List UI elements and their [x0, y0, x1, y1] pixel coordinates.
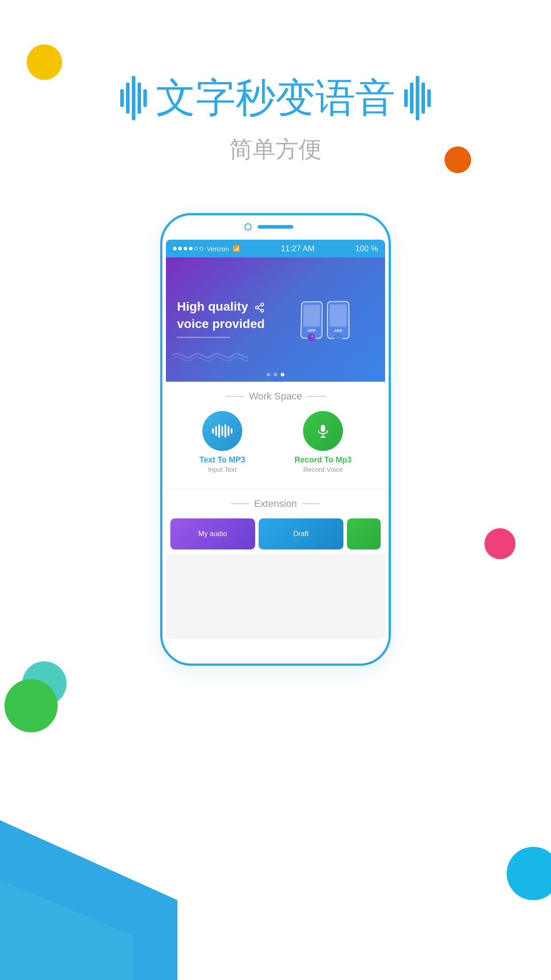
signal-dot-1 — [173, 247, 177, 250]
record-label: Record To Mp3 — [295, 455, 352, 465]
banner-dot-2 — [274, 373, 277, 376]
waveform-right-icon — [404, 76, 431, 120]
ext-card-draft[interactable]: Draft — [259, 518, 343, 549]
extension-line-left — [231, 503, 249, 504]
battery-status: 100 % — [355, 244, 378, 253]
banner-dot-1 — [267, 373, 270, 376]
svg-rect-5 — [321, 425, 325, 432]
tts-label: Text To MP3 — [199, 455, 245, 465]
wifi-icon: 📶 — [232, 245, 240, 252]
workspace-section: Work Space — [166, 382, 385, 489]
extension-cards: My audio Draft — [170, 518, 381, 549]
mini-phone-2: APP 〰 — [327, 301, 350, 339]
decorative-dot-pink — [484, 528, 516, 559]
mini-phone-1: APP 🎤 — [300, 301, 323, 339]
svg-point-2 — [261, 309, 264, 312]
extension-title: Extension — [254, 498, 297, 510]
extension-section: Extension My audio Draft — [166, 489, 385, 554]
svg-line-3 — [258, 305, 261, 307]
ext-card-myaudio[interactable]: My audio — [170, 518, 255, 549]
signal-dot-3 — [184, 247, 187, 250]
share-icon — [254, 302, 265, 313]
banner-dots — [267, 373, 284, 376]
banner-wave-decoration — [173, 347, 248, 366]
status-bar: Verizon 📶 11:27 AM 100 % — [166, 240, 385, 257]
banner-dot-3 — [281, 373, 284, 376]
svg-line-4 — [258, 308, 261, 310]
decorative-dot-green — [4, 679, 58, 732]
svg-point-1 — [256, 306, 258, 309]
tts-sublabel: Input Text — [208, 466, 237, 473]
signal-dot-5 — [194, 247, 198, 250]
banner-text: High quality voice provided — [177, 298, 276, 341]
tts-waveform-icon — [212, 424, 232, 438]
phone-camera — [244, 223, 252, 230]
tts-icon-circle — [202, 411, 242, 451]
phone-mockup: Verizon 📶 11:27 AM 100 % High qual — [160, 213, 391, 666]
subtitle-text: 简单方便 — [0, 134, 551, 165]
workspace-header: Work Space — [170, 391, 381, 402]
banner-divider — [177, 337, 230, 338]
phone-outer: Verizon 📶 11:27 AM 100 % High qual — [160, 213, 391, 666]
title-text: 文字秒变语音 — [156, 71, 395, 125]
carrier-name: Verizon — [207, 245, 229, 253]
workspace-item-record[interactable]: Record To Mp3 Record Voice — [295, 411, 352, 473]
phone-screen: Verizon 📶 11:27 AM 100 % High qual — [166, 240, 385, 639]
app-title: 文字秒变语音 — [0, 71, 551, 125]
extension-header: Extension — [170, 498, 381, 510]
banner-title: High quality voice provided — [177, 298, 276, 332]
ext-card-extra[interactable] — [347, 518, 381, 549]
header-area: 文字秒变语音 简单方便 — [0, 71, 551, 165]
banner-phones: APP 🎤 APP 〰 — [300, 301, 350, 339]
signal-dot-2 — [178, 247, 182, 250]
record-icon-circle — [303, 411, 343, 451]
signal-dot-6 — [200, 247, 203, 250]
status-time: 11:27 AM — [281, 244, 315, 253]
phone-speaker — [258, 225, 293, 229]
record-sublabel: Record Voice — [303, 466, 343, 473]
decorative-dot-cyan — [507, 847, 551, 900]
banner: High quality voice provided — [166, 257, 385, 382]
signal-dot-4 — [189, 247, 193, 250]
workspace-line-right — [307, 396, 325, 397]
svg-point-0 — [261, 303, 264, 306]
workspace-title: Work Space — [249, 391, 302, 402]
mic-icon — [315, 423, 331, 439]
workspace-line-left — [226, 396, 244, 397]
banner-image: APP 🎤 APP 〰 — [276, 301, 374, 339]
waveform-left-icon — [120, 76, 147, 120]
workspace-item-tts[interactable]: Text To MP3 Input Text — [199, 411, 245, 473]
status-left: Verizon 📶 — [173, 245, 240, 253]
workspace-items: Text To MP3 Input Text — [170, 411, 381, 480]
extension-line-right — [302, 503, 320, 504]
